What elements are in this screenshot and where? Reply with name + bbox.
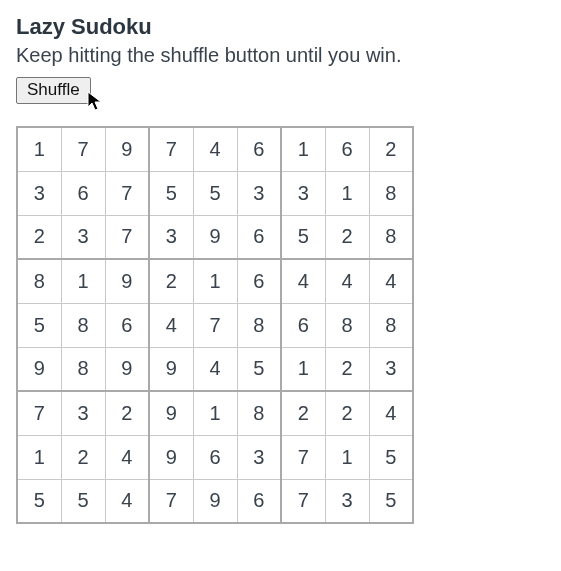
grid-cell: 8: [325, 303, 369, 347]
grid-cell: 5: [281, 215, 325, 259]
grid-cell: 9: [105, 259, 149, 303]
grid-cell: 7: [61, 127, 105, 171]
grid-cell: 1: [193, 391, 237, 435]
grid-cell: 8: [369, 171, 413, 215]
grid-cell: 5: [17, 303, 61, 347]
grid-cell: 8: [61, 347, 105, 391]
grid-cell: 6: [237, 259, 281, 303]
grid-cell: 6: [193, 435, 237, 479]
grid-cell: 6: [281, 303, 325, 347]
grid-cell: 4: [105, 479, 149, 523]
shuffle-button[interactable]: Shuffle: [16, 77, 91, 104]
grid-cell: 4: [369, 259, 413, 303]
grid-cell: 6: [325, 127, 369, 171]
grid-cell: 8: [237, 391, 281, 435]
grid-cell: 3: [61, 215, 105, 259]
grid-cell: 7: [105, 171, 149, 215]
grid-cell: 9: [149, 347, 193, 391]
grid-cell: 1: [17, 127, 61, 171]
grid-cell: 2: [325, 215, 369, 259]
grid-cell: 6: [237, 479, 281, 523]
grid-cell: 1: [281, 127, 325, 171]
grid-cell: 3: [237, 171, 281, 215]
page-subtitle: Keep hitting the shuffle button until yo…: [16, 44, 545, 67]
grid-cell: 2: [369, 127, 413, 171]
grid-cell: 1: [325, 171, 369, 215]
grid-cell: 5: [17, 479, 61, 523]
grid-cell: 4: [193, 127, 237, 171]
grid-cell: 6: [61, 171, 105, 215]
grid-cell: 3: [325, 479, 369, 523]
grid-cell: 2: [105, 391, 149, 435]
grid-cell: 2: [325, 347, 369, 391]
grid-cell: 5: [61, 479, 105, 523]
grid-cell: 8: [369, 303, 413, 347]
grid-cell: 3: [61, 391, 105, 435]
grid-cell: 7: [193, 303, 237, 347]
grid-cell: 6: [105, 303, 149, 347]
grid-cell: 2: [61, 435, 105, 479]
grid-cell: 4: [149, 303, 193, 347]
grid-cell: 1: [281, 347, 325, 391]
grid-cell: 9: [193, 479, 237, 523]
sudoku-grid: 1797461623675533182373965288192164445864…: [16, 126, 414, 524]
grid-cell: 8: [61, 303, 105, 347]
grid-cell: 9: [149, 435, 193, 479]
grid-cell: 2: [17, 215, 61, 259]
grid-cell: 1: [61, 259, 105, 303]
grid-cell: 1: [193, 259, 237, 303]
grid-cell: 7: [105, 215, 149, 259]
grid-cell: 4: [281, 259, 325, 303]
grid-cell: 5: [237, 347, 281, 391]
grid-cell: 4: [193, 347, 237, 391]
grid-cell: 4: [369, 391, 413, 435]
grid-cell: 2: [149, 259, 193, 303]
grid-cell: 7: [281, 435, 325, 479]
grid-cell: 5: [149, 171, 193, 215]
grid-cell: 8: [237, 303, 281, 347]
grid-cell: 9: [105, 347, 149, 391]
grid-cell: 3: [369, 347, 413, 391]
grid-cell: 8: [17, 259, 61, 303]
grid-cell: 1: [325, 435, 369, 479]
grid-cell: 7: [149, 479, 193, 523]
grid-cell: 4: [105, 435, 149, 479]
grid-cell: 9: [105, 127, 149, 171]
grid-cell: 1: [17, 435, 61, 479]
grid-cell: 5: [369, 435, 413, 479]
grid-cell: 3: [281, 171, 325, 215]
grid-cell: 9: [193, 215, 237, 259]
grid-cell: 3: [17, 171, 61, 215]
grid-cell: 6: [237, 215, 281, 259]
grid-cell: 5: [369, 479, 413, 523]
grid-cell: 7: [281, 479, 325, 523]
grid-cell: 4: [325, 259, 369, 303]
grid-cell: 7: [17, 391, 61, 435]
grid-cell: 9: [17, 347, 61, 391]
grid-cell: 6: [237, 127, 281, 171]
grid-cell: 3: [149, 215, 193, 259]
grid-cell: 5: [193, 171, 237, 215]
grid-cell: 8: [369, 215, 413, 259]
grid-cell: 9: [149, 391, 193, 435]
grid-cell: 7: [149, 127, 193, 171]
grid-cell: 2: [325, 391, 369, 435]
grid-cell: 3: [237, 435, 281, 479]
page-title: Lazy Sudoku: [16, 14, 545, 40]
grid-cell: 2: [281, 391, 325, 435]
